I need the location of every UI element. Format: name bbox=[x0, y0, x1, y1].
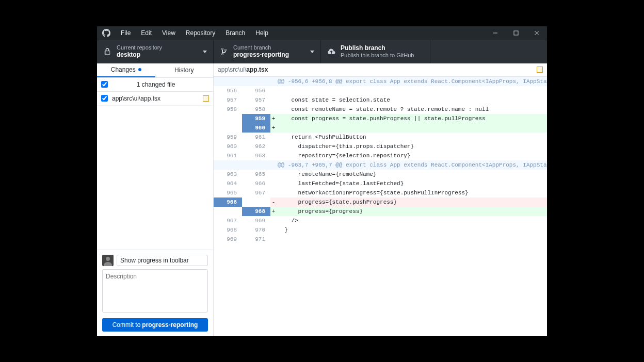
new-line-number: 968 bbox=[242, 207, 270, 216]
old-line-number: 959 bbox=[214, 133, 242, 142]
diff-sign bbox=[270, 151, 277, 160]
diff-sign bbox=[270, 105, 277, 114]
publish-button[interactable]: Publish branch Publish this branch to Gi… bbox=[321, 40, 430, 63]
branch-selector[interactable]: Current branch progress-reporting bbox=[214, 40, 321, 63]
changes-header: 1 changed file bbox=[97, 78, 213, 92]
new-line-number bbox=[242, 160, 270, 170]
publish-title: Publish branch bbox=[341, 44, 414, 52]
minimize-button[interactable] bbox=[485, 26, 506, 40]
diff-line[interactable]: 964966 lastFetched={state.lastFetched} bbox=[214, 179, 547, 188]
new-line-number: 970 bbox=[242, 225, 270, 235]
diff-line[interactable]: 960+ bbox=[214, 123, 547, 133]
tab-changes[interactable]: Changes bbox=[97, 63, 155, 77]
diff-line[interactable]: 969971 bbox=[214, 235, 547, 244]
diff-line[interactable]: 961963 repository={selection.repository} bbox=[214, 151, 547, 160]
avatar bbox=[102, 255, 114, 266]
new-line-number: 960 bbox=[242, 123, 270, 133]
menu-item-help[interactable]: Help bbox=[250, 26, 273, 40]
diff-line[interactable]: 965967 networkActionInProgress={state.pu… bbox=[214, 188, 547, 198]
file-path: app\src\ui\app.tsx bbox=[112, 95, 203, 102]
old-line-number: 964 bbox=[214, 179, 242, 188]
close-button[interactable] bbox=[526, 26, 547, 40]
diff-line[interactable]: 968970 } bbox=[214, 225, 547, 235]
menu-item-edit[interactable]: Edit bbox=[136, 26, 157, 40]
commit-summary-input[interactable] bbox=[117, 255, 208, 266]
new-line-number: 969 bbox=[242, 216, 270, 225]
diff-code: dispatcher={this.props.dispatcher} bbox=[277, 142, 547, 151]
repo-name: desktop bbox=[117, 51, 162, 59]
select-all-checkbox[interactable] bbox=[101, 81, 108, 88]
window-controls bbox=[485, 26, 547, 40]
old-line-number: 963 bbox=[214, 170, 242, 179]
branch-icon bbox=[220, 47, 228, 56]
sidebar: Changes History 1 changed file app\src\u… bbox=[97, 63, 214, 336]
old-line-number: 958 bbox=[214, 105, 242, 114]
diff-line[interactable]: 967969 /> bbox=[214, 216, 547, 225]
diff-sign bbox=[270, 179, 277, 188]
new-line-number bbox=[242, 198, 270, 207]
new-line-number: 956 bbox=[242, 86, 270, 95]
new-line-number: 963 bbox=[242, 151, 270, 160]
diff-code: progress={state.pushProgress} bbox=[277, 198, 547, 207]
diff-line[interactable]: 958958 const remoteName = state.remote ?… bbox=[214, 105, 547, 114]
app-menu: FileEditViewRepositoryBranchHelp bbox=[116, 26, 273, 40]
maximize-button[interactable] bbox=[506, 26, 526, 40]
diff-line[interactable]: 968+ progress={progress} bbox=[214, 207, 547, 216]
new-line-number bbox=[242, 77, 270, 86]
diff-line[interactable]: 963965 remoteName={remoteName} bbox=[214, 170, 547, 179]
diff-line[interactable]: @@ -956,6 +956,8 @@ export class App ext… bbox=[214, 77, 547, 86]
svg-point-5 bbox=[106, 257, 110, 261]
old-line-number: 966 bbox=[214, 198, 242, 207]
diff-sign: + bbox=[270, 123, 277, 133]
diff-sign bbox=[270, 170, 277, 179]
diff-code: repository={selection.repository} bbox=[277, 151, 547, 160]
commit-description-input[interactable] bbox=[102, 269, 208, 312]
diff-sign bbox=[270, 188, 277, 198]
branch-name: progress-reporting bbox=[233, 51, 289, 59]
tab-history[interactable]: History bbox=[155, 63, 214, 77]
diff-code: /> bbox=[277, 216, 547, 225]
repo-selector[interactable]: Current repository desktop bbox=[97, 40, 214, 63]
new-line-number: 957 bbox=[242, 95, 270, 105]
toolbar: Current repository desktop Current branc… bbox=[97, 40, 547, 63]
diff-line[interactable]: 959961 return <PushPullButton bbox=[214, 133, 547, 142]
menu-item-repository[interactable]: Repository bbox=[181, 26, 220, 40]
diff-line[interactable]: 960962 dispatcher={this.props.dispatcher… bbox=[214, 142, 547, 151]
old-line-number: 956 bbox=[214, 86, 242, 95]
diff-code: @@ -963,7 +965,7 @@ export class App ext… bbox=[277, 160, 547, 170]
commit-button[interactable]: Commit to progress-reporting bbox=[102, 318, 208, 332]
menu-item-view[interactable]: View bbox=[157, 26, 181, 40]
old-line-number: 965 bbox=[214, 188, 242, 198]
changed-file-row[interactable]: app\src\ui\app.tsx bbox=[97, 92, 213, 106]
diff-line[interactable]: 966- progress={state.pushProgress} bbox=[214, 198, 547, 207]
diff-code: return <PushPullButton bbox=[277, 133, 547, 142]
old-line-number: 968 bbox=[214, 225, 242, 235]
diff-sign bbox=[270, 95, 277, 105]
diff-line[interactable]: 956956 bbox=[214, 86, 547, 95]
diff-line[interactable]: @@ -963,7 +965,7 @@ export class App ext… bbox=[214, 160, 547, 170]
repo-label: Current repository bbox=[117, 44, 162, 52]
diff-code: const progress = state.pushProgress || s… bbox=[277, 114, 547, 123]
diff-code: @@ -956,6 +956,8 @@ export class App ext… bbox=[277, 77, 547, 86]
diff-sign bbox=[270, 216, 277, 225]
lock-icon bbox=[103, 48, 111, 55]
old-line-number bbox=[214, 123, 242, 133]
titlebar: FileEditViewRepositoryBranchHelp bbox=[97, 26, 547, 40]
commit-box: Commit to progress-reporting bbox=[97, 250, 213, 336]
new-line-number: 958 bbox=[242, 105, 270, 114]
menu-item-file[interactable]: File bbox=[116, 26, 136, 40]
new-line-number: 967 bbox=[242, 188, 270, 198]
diff-view[interactable]: @@ -956,6 +956,8 @@ export class App ext… bbox=[214, 77, 547, 336]
diff-sign bbox=[270, 160, 277, 170]
menu-item-branch[interactable]: Branch bbox=[220, 26, 250, 40]
diff-line[interactable]: 959+ const progress = state.pushProgress… bbox=[214, 114, 547, 123]
file-checkbox[interactable] bbox=[101, 95, 108, 102]
github-logo-icon bbox=[97, 29, 116, 37]
diff-sign bbox=[270, 225, 277, 235]
cloud-upload-icon bbox=[327, 48, 335, 55]
diff-code: } bbox=[277, 225, 547, 235]
diff-line[interactable]: 957957 const state = selection.state bbox=[214, 95, 547, 105]
old-line-number bbox=[214, 114, 242, 123]
diff-code bbox=[277, 86, 547, 95]
old-line-number: 961 bbox=[214, 151, 242, 160]
